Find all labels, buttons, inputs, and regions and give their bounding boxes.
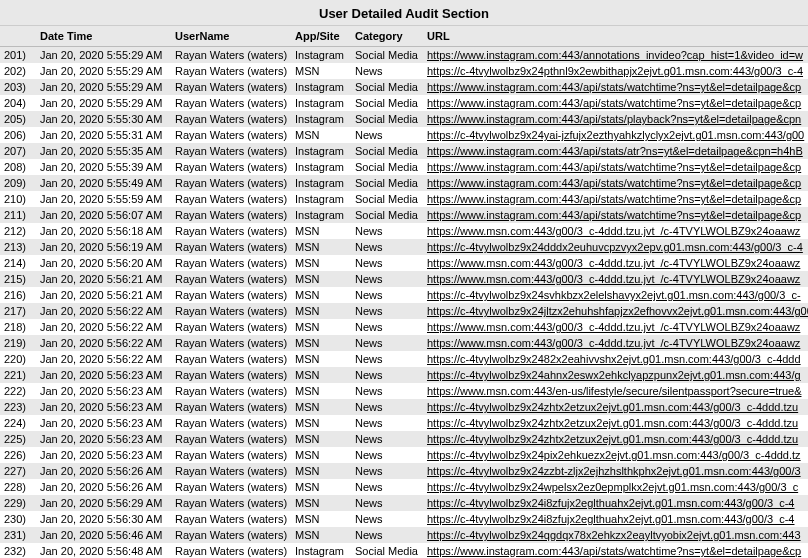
cell-url[interactable]: https://c-4tvylwolbz9x24qgdqx78x2ehkzx2e… [423, 527, 808, 543]
cell-url[interactable]: https://c-4tvylwolbz9x24i8zfujx2eglthuah… [423, 511, 808, 527]
cell-username: Rayan Waters (waters) [171, 463, 291, 479]
table-row[interactable]: 212)Jan 20, 2020 5:56:18 AMRayan Waters … [0, 223, 808, 239]
cell-category: News [351, 63, 423, 79]
table-row[interactable]: 202)Jan 20, 2020 5:55:29 AMRayan Waters … [0, 63, 808, 79]
table-row[interactable]: 209)Jan 20, 2020 5:55:49 AMRayan Waters … [0, 175, 808, 191]
cell-url[interactable]: https://c-4tvylwolbz9x24wpelsx2ez0epmplk… [423, 479, 808, 495]
table-row[interactable]: 215)Jan 20, 2020 5:56:21 AMRayan Waters … [0, 271, 808, 287]
table-row[interactable]: 206)Jan 20, 2020 5:55:31 AMRayan Waters … [0, 127, 808, 143]
table-row[interactable]: 214)Jan 20, 2020 5:56:20 AMRayan Waters … [0, 255, 808, 271]
row-index: 225) [0, 431, 36, 447]
cell-datetime: Jan 20, 2020 5:55:29 AM [36, 63, 171, 79]
cell-url[interactable]: https://www.instagram.com:443/api/stats/… [423, 79, 808, 95]
cell-url[interactable]: https://www.instagram.com:443/api/stats/… [423, 159, 808, 175]
cell-url[interactable]: https://www.instagram.com:443/api/stats/… [423, 111, 808, 127]
cell-url[interactable]: https://c-4tvylwolbz9x24zzbt-zljx2ejhzhs… [423, 463, 808, 479]
table-row[interactable]: 231)Jan 20, 2020 5:56:46 AMRayan Waters … [0, 527, 808, 543]
cell-url[interactable]: https://c-4tvylwolbz9x24pthnl9x2ewbithap… [423, 63, 808, 79]
cell-url[interactable]: https://www.instagram.com:443/annotation… [423, 47, 808, 64]
cell-datetime: Jan 20, 2020 5:56:19 AM [36, 239, 171, 255]
table-row[interactable]: 211)Jan 20, 2020 5:56:07 AMRayan Waters … [0, 207, 808, 223]
cell-category: News [351, 415, 423, 431]
cell-category: Social Media [351, 143, 423, 159]
table-row[interactable]: 213)Jan 20, 2020 5:56:19 AMRayan Waters … [0, 239, 808, 255]
table-row[interactable]: 225)Jan 20, 2020 5:56:23 AMRayan Waters … [0, 431, 808, 447]
cell-url[interactable]: https://www.instagram.com:443/api/stats/… [423, 191, 808, 207]
cell-category: News [351, 367, 423, 383]
table-row[interactable]: 216)Jan 20, 2020 5:56:21 AMRayan Waters … [0, 287, 808, 303]
cell-appsite: Instagram [291, 543, 351, 558]
table-row[interactable]: 203)Jan 20, 2020 5:55:29 AMRayan Waters … [0, 79, 808, 95]
cell-url[interactable]: https://c-4tvylwolbz9x24zhtx2etzux2ejvt.… [423, 415, 808, 431]
cell-url[interactable]: https://www.instagram.com:443/api/stats/… [423, 543, 808, 558]
cell-url[interactable]: https://c-4tvylwolbz9x2482x2eahivvshx2ej… [423, 351, 808, 367]
table-row[interactable]: 228)Jan 20, 2020 5:56:26 AMRayan Waters … [0, 479, 808, 495]
cell-datetime: Jan 20, 2020 5:55:29 AM [36, 79, 171, 95]
row-index: 216) [0, 287, 36, 303]
table-row[interactable]: 224)Jan 20, 2020 5:56:23 AMRayan Waters … [0, 415, 808, 431]
cell-url[interactable]: https://www.instagram.com:443/api/stats/… [423, 95, 808, 111]
cell-username: Rayan Waters (waters) [171, 479, 291, 495]
cell-url[interactable]: https://c-4tvylwolbz9x24dddx2euhuvcpzvyx… [423, 239, 808, 255]
table-row[interactable]: 204)Jan 20, 2020 5:55:29 AMRayan Waters … [0, 95, 808, 111]
cell-url[interactable]: https://www.instagram.com:443/api/stats/… [423, 175, 808, 191]
table-row[interactable]: 232)Jan 20, 2020 5:56:48 AMRayan Waters … [0, 543, 808, 558]
table-row[interactable]: 222)Jan 20, 2020 5:56:23 AMRayan Waters … [0, 383, 808, 399]
table-row[interactable]: 227)Jan 20, 2020 5:56:26 AMRayan Waters … [0, 463, 808, 479]
col-header-datetime: Date Time [36, 26, 171, 47]
table-row[interactable]: 226)Jan 20, 2020 5:56:23 AMRayan Waters … [0, 447, 808, 463]
cell-username: Rayan Waters (waters) [171, 47, 291, 64]
cell-url[interactable]: https://c-4tvylwolbz9x24zhtx2etzux2ejvt.… [423, 399, 808, 415]
cell-url[interactable]: https://c-4tvylwolbz9x24ahnx2eswx2ehkcly… [423, 367, 808, 383]
cell-url[interactable]: https://c-4tvylwolbz9x24jltzx2ehuhshfapj… [423, 303, 808, 319]
table-row[interactable]: 223)Jan 20, 2020 5:56:23 AMRayan Waters … [0, 399, 808, 415]
table-row[interactable]: 220)Jan 20, 2020 5:56:22 AMRayan Waters … [0, 351, 808, 367]
table-row[interactable]: 230)Jan 20, 2020 5:56:30 AMRayan Waters … [0, 511, 808, 527]
cell-username: Rayan Waters (waters) [171, 367, 291, 383]
cell-url[interactable]: https://c-4tvylwolbz9x24i8zfujx2eglthuah… [423, 495, 808, 511]
cell-url[interactable]: https://www.msn.com:443/g00/3_c-4ddd.tzu… [423, 335, 808, 351]
row-index: 214) [0, 255, 36, 271]
cell-category: Social Media [351, 543, 423, 558]
table-row[interactable]: 207)Jan 20, 2020 5:55:35 AMRayan Waters … [0, 143, 808, 159]
table-row[interactable]: 229)Jan 20, 2020 5:56:29 AMRayan Waters … [0, 495, 808, 511]
table-row[interactable]: 217)Jan 20, 2020 5:56:22 AMRayan Waters … [0, 303, 808, 319]
row-index: 232) [0, 543, 36, 558]
table-row[interactable]: 219)Jan 20, 2020 5:56:22 AMRayan Waters … [0, 335, 808, 351]
cell-url[interactable]: https://www.instagram.com:443/api/stats/… [423, 143, 808, 159]
table-row[interactable]: 210)Jan 20, 2020 5:55:59 AMRayan Waters … [0, 191, 808, 207]
cell-appsite: MSN [291, 511, 351, 527]
row-index: 221) [0, 367, 36, 383]
cell-datetime: Jan 20, 2020 5:56:20 AM [36, 255, 171, 271]
cell-datetime: Jan 20, 2020 5:56:18 AM [36, 223, 171, 239]
cell-url[interactable]: https://www.instagram.com:443/api/stats/… [423, 207, 808, 223]
row-index: 222) [0, 383, 36, 399]
cell-appsite: Instagram [291, 111, 351, 127]
table-row[interactable]: 208)Jan 20, 2020 5:55:39 AMRayan Waters … [0, 159, 808, 175]
cell-url[interactable]: https://www.msn.com:443/g00/3_c-4ddd.tzu… [423, 319, 808, 335]
table-row[interactable]: 205)Jan 20, 2020 5:55:30 AMRayan Waters … [0, 111, 808, 127]
cell-url[interactable]: https://www.msn.com:443/en-us/lifestyle/… [423, 383, 808, 399]
table-row[interactable]: 201)Jan 20, 2020 5:55:29 AMRayan Waters … [0, 47, 808, 64]
cell-url[interactable]: https://www.msn.com:443/g00/3_c-4ddd.tzu… [423, 255, 808, 271]
cell-category: News [351, 479, 423, 495]
cell-appsite: MSN [291, 367, 351, 383]
cell-appsite: MSN [291, 223, 351, 239]
cell-datetime: Jan 20, 2020 5:56:22 AM [36, 319, 171, 335]
cell-url[interactable]: https://c-4tvylwolbz9x24zhtx2etzux2ejvt.… [423, 431, 808, 447]
cell-appsite: MSN [291, 447, 351, 463]
table-row[interactable]: 218)Jan 20, 2020 5:56:22 AMRayan Waters … [0, 319, 808, 335]
cell-url[interactable]: https://c-4tvylwolbz9x24pix2ehkuezx2ejvt… [423, 447, 808, 463]
cell-appsite: MSN [291, 479, 351, 495]
cell-url[interactable]: https://c-4tvylwolbz9x24yai-jzfujx2ezthy… [423, 127, 808, 143]
cell-datetime: Jan 20, 2020 5:56:22 AM [36, 351, 171, 367]
cell-url[interactable]: https://www.msn.com:443/g00/3_c-4ddd.tzu… [423, 223, 808, 239]
cell-datetime: Jan 20, 2020 5:55:39 AM [36, 159, 171, 175]
col-header-url: URL [423, 26, 808, 47]
cell-datetime: Jan 20, 2020 5:56:07 AM [36, 207, 171, 223]
cell-username: Rayan Waters (waters) [171, 399, 291, 415]
cell-appsite: MSN [291, 383, 351, 399]
table-row[interactable]: 221)Jan 20, 2020 5:56:23 AMRayan Waters … [0, 367, 808, 383]
cell-url[interactable]: https://www.msn.com:443/g00/3_c-4ddd.tzu… [423, 271, 808, 287]
cell-url[interactable]: https://c-4tvylwolbz9x24svhkbzx2elelshav… [423, 287, 808, 303]
